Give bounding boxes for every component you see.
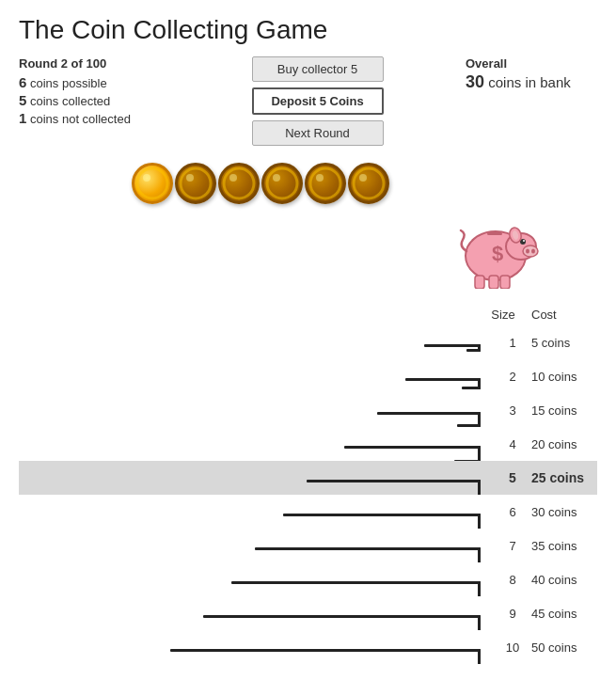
coin-1: [132, 163, 173, 204]
svg-rect-48: [478, 581, 481, 596]
round-label: Round 2 of 100: [19, 56, 169, 71]
svg-rect-35: [344, 446, 481, 449]
svg-rect-23: [500, 276, 510, 289]
svg-rect-25: [487, 232, 502, 235]
collector-rows: 15 coins 210 coins 315 coins: [19, 325, 597, 664]
size-column-header: Size: [484, 308, 522, 322]
svg-rect-42: [478, 514, 481, 529]
center-buttons: Buy collector 5 Deposit 5 Coins Next Rou…: [243, 56, 393, 146]
collector-stick-visual-10: [19, 630, 494, 664]
collector-stick-visual-7: [19, 529, 494, 562]
svg-rect-31: [462, 387, 481, 389]
svg-rect-26: [424, 344, 481, 347]
collector-row-6: 630 coins: [19, 495, 597, 529]
right-stats: Overall 30 coins in bank: [466, 56, 597, 92]
coin-2: [175, 163, 216, 204]
svg-text:$: $: [492, 242, 503, 265]
collector-stick-visual-1: [19, 325, 494, 359]
coin-3: [218, 163, 260, 204]
svg-point-18: [523, 240, 525, 242]
collector-size-8: 8: [494, 573, 531, 587]
svg-rect-38: [307, 480, 481, 482]
collector-stick-visual-5: [19, 461, 494, 495]
collector-cost-9: 45 coins: [531, 607, 597, 621]
collector-row-2: 210 coins: [19, 359, 597, 393]
svg-rect-28: [466, 349, 481, 352]
svg-point-3: [186, 174, 194, 182]
collector-row-4: 420 coins: [19, 427, 597, 461]
collector-stick-visual-8: [19, 562, 494, 596]
next-round-button[interactable]: Next Round: [252, 120, 384, 146]
collector-size-7: 7: [494, 539, 531, 553]
collector-row-8: 840 coins: [19, 562, 597, 596]
svg-rect-51: [478, 615, 481, 630]
coins-possible: 6 coins possible: [19, 74, 169, 90]
collector-stick-visual-9: [19, 596, 494, 630]
svg-rect-39: [478, 480, 481, 495]
collector-cost-6: 30 coins: [531, 505, 597, 519]
collector-row-5: 525 coins: [19, 461, 597, 495]
collector-section: Size Cost 15 coins 210 coins: [19, 308, 597, 664]
collector-cost-10: 50 coins: [531, 640, 597, 655]
collector-cost-1: 5 coins: [531, 336, 597, 350]
collector-cost-3: 15 coins: [531, 403, 597, 418]
collector-row-9: 945 coins: [19, 596, 597, 630]
svg-point-16: [531, 249, 535, 254]
coins-in-bank: 30 coins in bank: [466, 72, 597, 92]
collector-size-5: 5: [494, 470, 531, 485]
collector-cost-7: 35 coins: [531, 539, 597, 553]
svg-point-5: [229, 174, 237, 182]
collector-size-2: 2: [494, 370, 531, 384]
collector-row-1: 15 coins: [19, 325, 597, 359]
coins-not-collected: 1 coins not collected: [19, 110, 169, 126]
svg-point-1: [143, 174, 150, 182]
svg-point-6: [267, 168, 297, 198]
svg-rect-47: [231, 581, 481, 584]
collector-table-header: Size Cost: [19, 308, 597, 322]
left-stats: Round 2 of 100 6 coins possible 5 coins …: [19, 56, 169, 128]
collector-size-10: 10: [494, 640, 531, 655]
coin-4: [261, 163, 303, 204]
svg-rect-50: [203, 615, 481, 618]
coin-5: [305, 163, 346, 204]
svg-rect-41: [283, 514, 481, 516]
svg-point-10: [354, 168, 384, 198]
svg-rect-44: [255, 547, 481, 550]
svg-rect-54: [478, 649, 481, 664]
collector-row-10: 1050 coins: [19, 630, 597, 664]
svg-rect-32: [377, 412, 481, 415]
collector-cost-5: 25 coins: [531, 470, 597, 485]
svg-point-0: [137, 168, 167, 198]
svg-point-14: [523, 245, 538, 257]
svg-rect-36: [478, 446, 481, 461]
svg-point-2: [181, 168, 211, 198]
svg-point-4: [224, 168, 254, 198]
piggy-bank-area: $: [19, 213, 541, 289]
page-title: The Coin Collecting Game: [19, 15, 597, 45]
svg-rect-21: [475, 276, 484, 289]
cost-column-header: Cost: [531, 308, 597, 322]
collector-size-3: 3: [494, 403, 531, 418]
collector-stick-visual-2: [19, 359, 494, 393]
svg-point-11: [359, 174, 367, 182]
coins-collected: 5 coins collected: [19, 92, 169, 108]
svg-rect-53: [170, 649, 481, 652]
overall-label: Overall: [466, 56, 597, 71]
deposit-coins-button[interactable]: Deposit 5 Coins: [252, 87, 384, 115]
svg-point-15: [526, 249, 529, 254]
svg-point-9: [316, 174, 324, 182]
collector-stick-visual-4: [19, 427, 494, 461]
collector-row-7: 735 coins: [19, 529, 597, 562]
svg-rect-29: [405, 378, 481, 381]
svg-point-8: [310, 168, 340, 198]
collector-cost-4: 20 coins: [531, 437, 597, 451]
top-section: Round 2 of 100 6 coins possible 5 coins …: [19, 56, 597, 146]
svg-rect-22: [489, 276, 498, 289]
collector-size-4: 4: [494, 437, 531, 451]
collector-stick-visual-3: [19, 393, 494, 427]
buy-collector-button[interactable]: Buy collector 5: [252, 56, 384, 82]
collector-size-1: 1: [494, 336, 531, 350]
collector-row-3: 315 coins: [19, 393, 597, 427]
coin-6: [348, 163, 389, 204]
piggy-bank-icon: $: [451, 213, 541, 289]
